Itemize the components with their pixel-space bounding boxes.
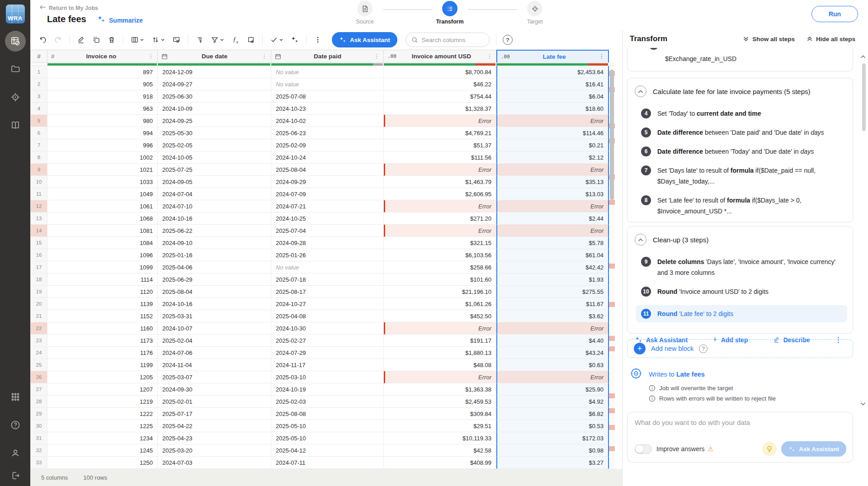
due-date-cell[interactable]: 2024-07-04 — [158, 188, 271, 200]
block-header[interactable]: Calculate late fee for late invoice paym… — [627, 78, 853, 97]
validate-button[interactable] — [266, 33, 287, 47]
collapse-block-icon[interactable] — [635, 234, 646, 245]
due-date-cell[interactable]: 2024-07-06 — [158, 347, 271, 359]
due-date-cell[interactable]: 2025-03-20 — [158, 444, 271, 457]
invoice-amount-cell[interactable]: $111.56 — [384, 151, 496, 164]
show-all-steps-button[interactable]: Show all steps — [743, 36, 795, 42]
due-date-cell[interactable]: 2024-10-09 — [158, 103, 271, 115]
ask-assistant-button[interactable]: Ask Assistant — [332, 32, 397, 47]
row-number-cell[interactable]: 5 — [30, 115, 47, 127]
late-fee-cell[interactable]: $0.21 — [496, 139, 609, 151]
invoice-no-cell[interactable]: 1225 — [47, 420, 158, 432]
date-paid-cell[interactable]: 2025-02-27 — [271, 335, 384, 347]
row-number-cell[interactable]: 19 — [30, 286, 47, 298]
due-date-cell[interactable]: 2024-12-09 — [158, 66, 271, 78]
due-date-cell[interactable]: 2025-04-22 — [158, 420, 271, 432]
date-paid-cell[interactable]: 2025-04-12 — [271, 444, 384, 457]
late-fee-cell[interactable]: $11.67 — [496, 298, 609, 310]
undo-button[interactable] — [35, 33, 50, 47]
collapse-block-icon[interactable] — [635, 85, 646, 97]
date-paid-cell[interactable]: 2025-08-17 — [271, 286, 384, 298]
block-card-partial[interactable]: $Exchange_rate_in_USD — [627, 47, 853, 71]
invoice-amount-cell[interactable]: $48.08 — [384, 359, 496, 371]
column-header-date-paid[interactable]: Date paid⋮ — [271, 50, 384, 63]
row-number-cell[interactable]: 12 — [30, 200, 47, 212]
due-date-cell[interactable]: 2024-11-04 — [158, 359, 271, 371]
invoice-amount-cell[interactable]: $1,880.13 — [384, 347, 496, 359]
date-paid-cell[interactable]: 2024-10-27 — [271, 298, 384, 310]
invoice-amount-cell[interactable]: Error — [384, 164, 496, 176]
invoice-no-cell[interactable]: 963 — [47, 103, 158, 115]
due-date-cell[interactable]: 2024-10-05 — [158, 151, 271, 164]
invoice-amount-cell[interactable]: $1,328.37 — [384, 103, 496, 115]
sidebar-item-files[interactable] — [5, 59, 26, 80]
invoice-amount-cell[interactable]: $1,363.38 — [384, 383, 496, 396]
improve-answers-toggle[interactable] — [635, 444, 652, 454]
late-fee-cell[interactable]: $2,453.64 — [496, 66, 609, 78]
suggestions-button[interactable] — [762, 442, 777, 456]
late-fee-cell[interactable]: $25.90 — [496, 383, 609, 396]
invoice-no-cell[interactable]: 1033 — [47, 176, 158, 188]
transform-step-10[interactable]: 10Round 'Invoice amount USD' to 2 digits — [641, 286, 844, 297]
stepper-transform[interactable]: Transform — [432, 1, 468, 25]
late-fee-cell[interactable]: Error — [496, 371, 609, 383]
late-fee-cell[interactable]: Error — [496, 115, 609, 127]
row-number-cell[interactable]: 7 — [30, 139, 47, 151]
invoice-no-cell[interactable]: 1234 — [47, 432, 158, 444]
invoice-no-cell[interactable]: 918 — [47, 90, 158, 103]
invoice-amount-cell[interactable]: $101.60 — [384, 274, 496, 286]
late-fee-cell[interactable]: $0.53 — [496, 420, 609, 432]
chat-ask-assistant-button[interactable]: Ask Assistant — [781, 441, 846, 457]
column-menu-icon[interactable]: ⋮ — [261, 54, 267, 59]
column-menu-icon[interactable]: ⋮ — [486, 54, 492, 59]
invoice-no-cell[interactable]: 1222 — [47, 408, 158, 420]
due-date-cell[interactable]: 2024-09-27 — [158, 78, 271, 90]
due-date-cell[interactable]: 2025-01-16 — [158, 249, 271, 261]
invoice-no-cell[interactable]: 1160 — [47, 322, 158, 335]
run-button[interactable]: Run — [811, 6, 858, 22]
panel-scroll-down-icon[interactable] — [860, 400, 866, 408]
invoice-amount-cell[interactable]: $4,769.21 — [384, 127, 496, 139]
date-paid-cell[interactable]: 2024-10-23 — [271, 103, 384, 115]
row-number-cell[interactable]: 14 — [30, 225, 47, 237]
date-paid-cell[interactable]: 2025-07-08 — [271, 90, 384, 103]
edit-cell-button[interactable] — [73, 33, 89, 47]
row-number-cell[interactable]: 20 — [30, 298, 47, 310]
due-date-cell[interactable]: 2024-09-10 — [158, 237, 271, 249]
invoice-no-cell[interactable]: 994 — [47, 127, 158, 139]
filter-button[interactable] — [207, 33, 228, 47]
row-number-cell[interactable]: 33 — [30, 457, 47, 469]
late-fee-cell[interactable]: $3.27 — [496, 457, 609, 469]
row-number-cell[interactable]: 25 — [30, 359, 47, 371]
late-fee-cell[interactable]: $1.93 — [496, 274, 609, 286]
transform-step-7[interactable]: 7Set 'Days late' to result of formula if… — [641, 165, 844, 187]
invoice-amount-cell[interactable]: $2,606.95 — [384, 188, 496, 200]
sidebar-item-logout[interactable] — [5, 465, 26, 486]
column-menu-icon[interactable]: ⋮ — [599, 54, 604, 59]
app-logo[interactable]: WRA — [6, 5, 25, 24]
row-number-cell[interactable]: 10 — [30, 176, 47, 188]
due-date-cell[interactable]: 2025-08-04 — [158, 286, 271, 298]
transform-step-9[interactable]: 9Delete columns 'Days late', 'Invoice am… — [641, 256, 844, 278]
sidebar-item-apps[interactable] — [5, 387, 26, 407]
row-number-cell[interactable]: 4 — [30, 103, 47, 115]
sidebar-item-account[interactable] — [5, 443, 26, 463]
invoice-amount-cell[interactable]: Error — [384, 322, 496, 335]
date-paid-cell[interactable]: No value — [271, 261, 384, 274]
row-number-cell[interactable]: 15 — [30, 237, 47, 249]
date-paid-cell[interactable]: 2024-07-29 — [271, 347, 384, 359]
due-date-cell[interactable]: 2024-10-16 — [158, 212, 271, 225]
invoice-no-cell[interactable]: 1176 — [47, 347, 158, 359]
row-number-cell[interactable]: 17 — [30, 261, 47, 274]
row-number-cell[interactable]: 29 — [30, 408, 47, 420]
late-fee-cell[interactable]: Error — [496, 322, 609, 335]
date-paid-cell[interactable]: 2025-02-03 — [271, 396, 384, 408]
invoice-amount-cell[interactable]: $309.84 — [384, 408, 496, 420]
invoice-no-cell[interactable]: 1081 — [47, 225, 158, 237]
late-fee-cell[interactable]: $6.82 — [496, 408, 609, 420]
due-date-cell[interactable]: 2025-02-05 — [158, 139, 271, 151]
date-paid-cell[interactable]: 2025-08-04 — [271, 164, 384, 176]
late-fee-cell[interactable]: Error — [496, 200, 609, 212]
late-fee-cell[interactable]: $42.42 — [496, 261, 609, 274]
date-paid-cell[interactable]: 2024-10-19 — [271, 383, 384, 396]
